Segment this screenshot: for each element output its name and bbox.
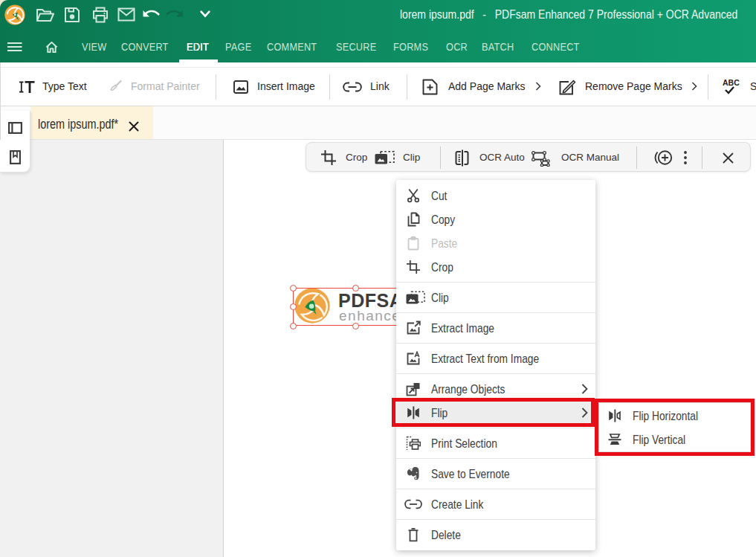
svg-text:ABC: ABC bbox=[723, 79, 740, 87]
